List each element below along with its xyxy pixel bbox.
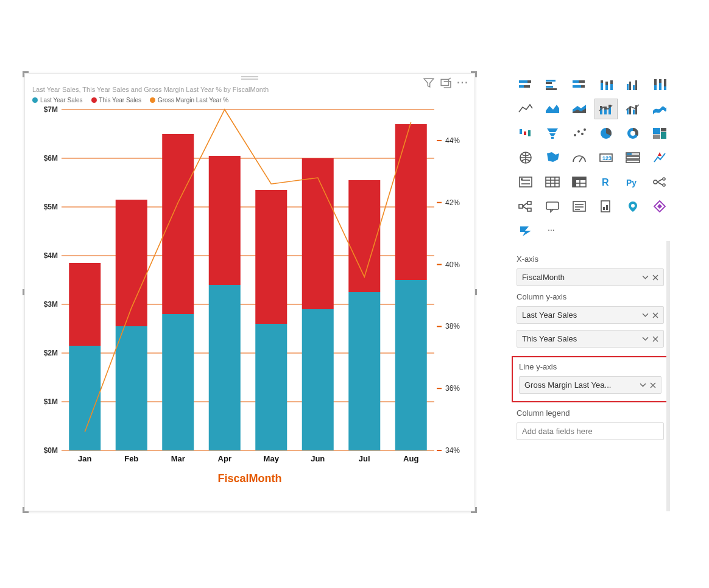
viz-r-visual-icon[interactable]: R	[594, 172, 618, 192]
bar-this-year[interactable]	[255, 190, 287, 324]
viz-filled-map-icon[interactable]	[541, 147, 564, 168]
viz-card-icon[interactable]: 123	[594, 147, 618, 168]
drag-handle[interactable]	[25, 74, 474, 85]
viz-more-icon[interactable]: ···	[541, 220, 564, 241]
bar-last-year[interactable]	[395, 280, 427, 450]
viz-map-icon[interactable]	[514, 147, 537, 168]
bar-last-year[interactable]	[69, 346, 101, 450]
viz-arcgis-icon[interactable]	[621, 196, 644, 217]
svg-point-85	[630, 131, 635, 136]
svg-rect-44	[546, 88, 557, 90]
scrollbar[interactable]	[666, 241, 670, 511]
svg-text:Mar: Mar	[171, 454, 185, 463]
more-options-icon[interactable]: ···	[457, 77, 468, 88]
remove-field-icon[interactable]	[652, 335, 658, 342]
viz-qna-icon[interactable]	[541, 196, 564, 217]
viz-slicer-icon[interactable]	[514, 172, 537, 192]
viz-donut-icon[interactable]	[621, 123, 644, 144]
bar-this-year[interactable]	[162, 134, 194, 314]
viz-waterfall-icon[interactable]	[514, 123, 537, 144]
field-well-gross-margin[interactable]: Gross Margin Last Yea...	[519, 376, 661, 394]
viz-multi-row-card-icon[interactable]	[621, 147, 644, 168]
chevron-down-icon[interactable]	[642, 312, 649, 318]
viz-clustered-column-icon[interactable]	[621, 74, 644, 95]
viz-table-icon[interactable]	[541, 172, 564, 192]
viz-ribbon-icon[interactable]	[648, 99, 671, 119]
viz-pie-icon[interactable]	[594, 123, 618, 144]
remove-field-icon[interactable]	[652, 274, 658, 281]
bar-this-year[interactable]	[209, 156, 241, 285]
chart-visual[interactable]: ··· Last Year Sales, This Year Sales and…	[24, 73, 475, 511]
focus-mode-icon[interactable]	[440, 77, 451, 88]
viz-paginated-report-icon[interactable]	[594, 196, 618, 217]
remove-field-icon[interactable]	[652, 312, 658, 318]
svg-text:$1M: $1M	[44, 397, 58, 406]
viz-100-stacked-bar-icon[interactable]	[568, 74, 591, 95]
svg-text:38%: 38%	[445, 322, 460, 331]
svg-rect-88	[661, 132, 666, 139]
svg-text:R: R	[602, 177, 609, 187]
visualization-type-gallery: 123RPy···	[509, 71, 671, 248]
viz-funnel-icon[interactable]	[541, 123, 564, 144]
svg-text:$2M: $2M	[44, 349, 58, 357]
viz-kpi-icon[interactable]	[648, 147, 671, 168]
bar-last-year[interactable]	[162, 314, 194, 450]
bar-last-year[interactable]	[116, 326, 147, 450]
svg-text:Feb: Feb	[124, 454, 138, 463]
svg-rect-43	[546, 86, 553, 88]
viz-gauge-icon[interactable]	[568, 147, 591, 168]
viz-matrix-icon[interactable]	[568, 172, 591, 192]
viz-power-automate-icon[interactable]	[514, 220, 537, 241]
svg-point-114	[654, 180, 657, 184]
bar-last-year[interactable]	[302, 309, 334, 450]
remove-field-icon[interactable]	[650, 382, 656, 388]
svg-rect-40	[524, 85, 530, 88]
viz-area-icon[interactable]	[541, 99, 564, 119]
svg-rect-50	[601, 80, 603, 83]
viz-key-influencers-icon[interactable]	[648, 172, 671, 192]
svg-rect-42	[546, 82, 552, 84]
x-axis-label: FiscalMonth	[32, 472, 467, 485]
bar-last-year[interactable]	[255, 324, 287, 450]
chevron-down-icon[interactable]	[642, 274, 649, 281]
bar-this-year[interactable]	[395, 124, 427, 280]
svg-rect-75	[520, 129, 522, 134]
viz-line-clustered-column-icon[interactable]	[621, 99, 644, 119]
svg-rect-120	[527, 201, 531, 205]
viz-line-stacked-column-icon[interactable]	[594, 99, 618, 119]
chevron-down-icon[interactable]	[642, 335, 649, 342]
viz-treemap-icon[interactable]	[648, 123, 671, 144]
svg-rect-131	[606, 205, 608, 210]
svg-rect-57	[633, 85, 635, 90]
bar-this-year[interactable]	[302, 158, 334, 309]
field-well-last-year-sales[interactable]: Last Year Sales	[517, 306, 664, 324]
viz-power-apps-icon[interactable]	[648, 196, 671, 217]
viz-stacked-area-icon[interactable]	[568, 99, 591, 119]
svg-rect-45	[573, 80, 579, 83]
svg-point-132	[631, 204, 635, 208]
chevron-down-icon[interactable]	[640, 382, 646, 388]
svg-rect-121	[527, 208, 531, 211]
svg-rect-55	[627, 84, 629, 90]
viz-stacked-bar-icon[interactable]	[514, 74, 537, 95]
viz-100-stacked-column-icon[interactable]	[648, 74, 671, 95]
svg-text:Aug: Aug	[403, 454, 418, 463]
field-well-legend-placeholder[interactable]: Add data fields here	[517, 422, 664, 440]
viz-clustered-bar-icon[interactable]	[541, 74, 564, 95]
field-well-this-year-sales[interactable]: This Year Sales	[517, 330, 664, 348]
viz-line-icon[interactable]	[514, 99, 537, 119]
field-name: Gross Margin Last Yea...	[524, 380, 611, 390]
field-well-x-axis[interactable]: FiscalMonth	[517, 268, 664, 286]
viz-py-visual-icon[interactable]: Py	[621, 172, 644, 192]
viz-decomposition-tree-icon[interactable]	[514, 196, 537, 217]
bar-last-year[interactable]	[348, 292, 380, 450]
viz-stacked-column-icon[interactable]	[594, 74, 618, 95]
chart-plot-area: $0M$1M$2M$3M$4M$5M$6M$7M34%36%38%40%42%4…	[32, 103, 468, 475]
svg-rect-53	[610, 84, 613, 90]
bar-this-year[interactable]	[69, 263, 101, 346]
filter-icon[interactable]	[423, 77, 434, 88]
legend-label: Gross Margin Last Year %	[158, 97, 228, 103]
bar-last-year[interactable]	[209, 285, 241, 450]
viz-scatter-icon[interactable]	[568, 123, 591, 144]
viz-smart-narrative-icon[interactable]	[568, 196, 591, 217]
